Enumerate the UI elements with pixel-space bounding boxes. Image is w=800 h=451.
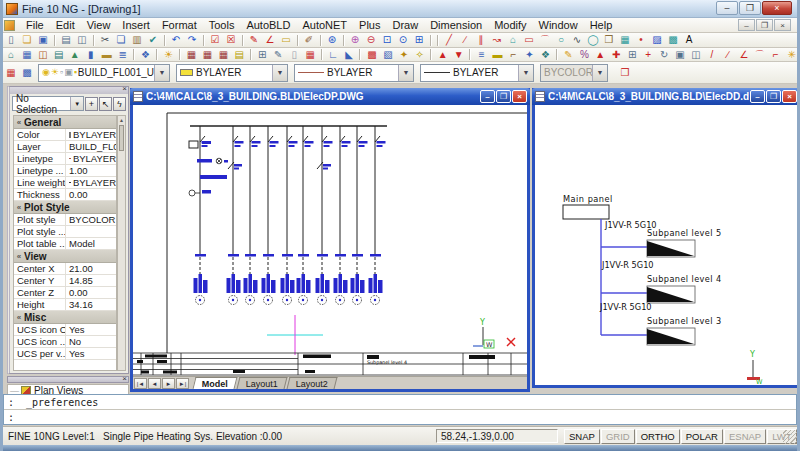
tab-nav-button[interactable]: ◄ [148,378,161,389]
link-icon[interactable]: ✦ [522,48,538,61]
toolbar-separator[interactable] [131,48,138,61]
property-value[interactable]: BYLAYER [66,153,116,164]
chamfer-icon[interactable]: ∠ [736,48,752,61]
dropdown-arrow-icon[interactable]: ▼ [70,97,83,110]
batch-check-icon[interactable]: ☒ [223,34,239,47]
menu-item[interactable]: Window [533,18,584,32]
close-button[interactable]: × [762,1,792,15]
property-value[interactable]: 14.85 [66,275,116,286]
node-edit-icon[interactable]: ✧ [412,48,428,61]
title-bar[interactable]: Fine 10 NG - [Drawing1] – ❐ × [0,0,800,18]
hook-icon[interactable]: ⌐ [506,48,522,61]
mdi-close-button[interactable]: × [774,19,791,31]
stair-profile-icon[interactable]: ∟ [325,48,341,61]
mdi-restore-button[interactable]: ❐ [756,19,773,31]
dropdown-arrow-icon[interactable]: ▼ [154,65,169,81]
toolbar-separator[interactable] [177,48,184,61]
palette-close-icon[interactable]: × [122,375,127,383]
wall-tool-icon[interactable]: ▦ [19,48,35,61]
property-row[interactable]: Thickness 0.00 [14,189,116,201]
property-row[interactable]: Linetype BYLAYER [14,153,116,165]
menu-item[interactable]: Format [156,18,203,32]
palette-splitter[interactable]: × [7,376,129,383]
property-value[interactable]: 34.16 [66,299,116,310]
dropdown-arrow-icon[interactable]: ▼ [398,65,413,81]
property-row[interactable]: Plot table ... Model [14,238,116,250]
selection-combo[interactable]: No Selection ▼ [12,96,84,111]
linetype-combo[interactable]: BYLAYER ▼ [294,64,414,82]
section-header-view[interactable]: « View [14,250,116,263]
menu-item[interactable]: Plus [353,18,386,32]
paste-icon[interactable]: ▥ [129,34,145,47]
fillet-icon[interactable]: ⌒ [752,48,768,61]
property-value[interactable]: No [66,336,116,347]
percent-icon[interactable]: % [576,48,592,61]
menu-item[interactable]: Modify [488,18,532,32]
toolbar-separator[interactable] [294,34,301,47]
property-value[interactable]: BYCOLOR [66,214,116,225]
raise-icon[interactable]: ▲ [592,48,608,61]
property-value[interactable]: Model [66,238,116,249]
mdi-minimize-button[interactable]: – [738,19,755,31]
layer-states-icon[interactable]: ▩ [19,66,35,79]
toolbar-separator[interactable] [340,34,347,47]
zoom-extents-icon[interactable]: ⊞ [411,34,427,47]
child-close-button[interactable]: × [782,90,797,103]
view-3d-icon[interactable]: ❖ [138,48,154,61]
layers-flat-icon[interactable]: ≡ [474,48,490,61]
child-minimize-button[interactable]: – [480,90,495,103]
property-row[interactable]: Height 34.16 [14,299,116,311]
property-row[interactable]: Center X 21.00 [14,263,116,275]
toolbar-separator[interactable] [239,34,246,47]
hatch-icon[interactable]: ▨ [649,34,665,47]
level-up-icon[interactable]: ▲ [435,48,451,61]
property-value[interactable]: Yes [66,324,116,335]
select-objects-button[interactable]: ↖ [99,97,112,111]
layer-combo[interactable]: ◉☀▫▣▪ BUILD_FL001_US ▼ [38,64,170,82]
point-icon[interactable]: • [633,34,649,47]
property-row[interactable]: Color BYLAYER [14,129,116,141]
tab-nav-button[interactable]: ►| [176,378,189,389]
brush-icon[interactable]: ✐ [301,34,317,47]
lineweight-combo[interactable]: BYLAYER ▼ [420,64,534,82]
property-row[interactable]: UCS icon On Yes [14,324,116,336]
collapse-icon[interactable]: « [14,203,24,212]
draw-order-icon[interactable]: ✎ [560,48,576,61]
edit-check-icon[interactable]: ☑ [207,34,223,47]
property-value[interactable]: BYLAYER [66,177,116,188]
trim-icon[interactable]: / [704,48,720,61]
toolbar-separator[interactable] [318,48,325,61]
menu-item[interactable]: File [20,18,50,32]
toolbar-separator[interactable] [317,34,324,47]
move-icon[interactable]: + [640,48,656,61]
property-value[interactable]: 21.00 [66,263,116,274]
extend-icon[interactable]: ∕ [720,48,736,61]
arc-icon[interactable]: ⌒ [537,34,553,47]
print-icon[interactable]: ▤ [58,34,74,47]
zoom-previous-icon[interactable]: ⊙ [395,34,411,47]
drawing-canvas-elecdp[interactable]: Y W [133,105,527,376]
explode-icon[interactable]: ✳ [784,48,800,61]
property-value[interactable]: Yes [66,348,116,359]
column-icon[interactable]: ▮ [83,48,99,61]
ellipse-icon[interactable]: ◯ [585,34,601,47]
dropdown-arrow-icon[interactable]: ▼ [518,65,533,81]
child-title-bar[interactable]: C:\4M\CALC\8_3_BUILDING.BLD\ElecDP.DWG –… [130,88,530,105]
array-icon[interactable]: ⊞ [624,48,640,61]
layer-manager-icon[interactable]: ▦ [3,66,19,79]
toolbar-separator[interactable] [154,48,161,61]
drawing-set-icon[interactable]: ▩ [364,48,380,61]
status-toggle-button[interactable]: POLAR [681,429,723,444]
layer-previous-icon[interactable]: ❐ [617,66,633,79]
child-minimize-button[interactable]: – [750,90,765,103]
toolbar-separator[interactable] [434,34,441,47]
property-value[interactable]: 0.00 [66,189,116,200]
section-header-plot-style[interactable]: « Plot Style [14,201,116,214]
menu-item[interactable]: Draw [386,18,424,32]
property-row[interactable]: UCS icon ... No [14,336,116,348]
section-header-general[interactable]: « General [14,116,116,129]
layout-tab[interactable]: Layout1 [237,377,288,389]
status-toggle-button[interactable]: SNAP [564,429,600,444]
pencil-edit-icon[interactable]: ✎ [270,48,286,61]
child-restore-button[interactable]: ❐ [496,90,511,103]
